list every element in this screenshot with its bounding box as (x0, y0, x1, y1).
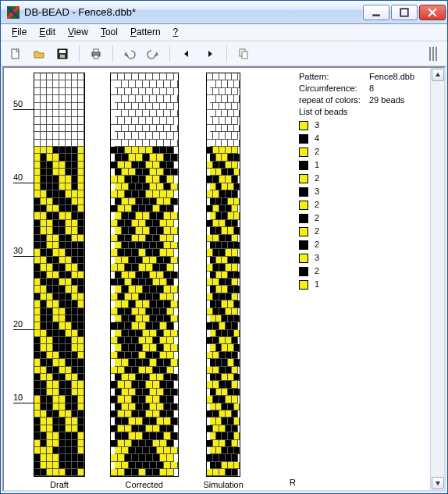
list-key: List of beads (299, 106, 369, 118)
app-icon (7, 6, 20, 19)
window-title: DB-BEAD - Fence8.dbb* (24, 6, 361, 18)
bead-count: 2 (315, 172, 319, 184)
menu-help[interactable]: ? (167, 24, 185, 41)
print-button[interactable] (87, 45, 105, 62)
bead-swatch (299, 161, 308, 170)
bead-list-item: 1 (299, 279, 425, 290)
toolbar-grip-icon (425, 46, 441, 62)
circ-key: Circumference: (299, 83, 369, 94)
menu-file[interactable]: File (5, 24, 33, 41)
menu-edit[interactable]: Edit (33, 24, 62, 41)
save-button[interactable] (54, 45, 71, 62)
simulation-grid[interactable] (206, 73, 240, 477)
rep-value: 29 beads (369, 94, 404, 106)
simulation-label: Simulation (204, 480, 244, 489)
draft-grid[interactable] (34, 73, 85, 477)
bead-count: 2 (315, 199, 319, 211)
bead-swatch (299, 201, 308, 210)
bead-count: 2 (315, 226, 319, 237)
next-button[interactable] (201, 45, 219, 62)
svg-rect-2 (400, 9, 408, 16)
canvas[interactable]: 5040302010 Draft Corrected Simulation Re… (4, 68, 296, 490)
minimize-button[interactable] (363, 5, 389, 20)
ruler-tick: 10 (13, 403, 34, 413)
app-window: DB-BEAD - Fence8.dbb* File Edit View Too… (0, 0, 448, 494)
content-area: 5040302010 Draft Corrected Simulation Re… (2, 66, 446, 492)
bead-list-item: 2 (299, 212, 425, 224)
bead-swatch (299, 267, 308, 276)
menu-pattern[interactable]: Pattern (124, 24, 167, 41)
scroll-down-button[interactable] (432, 477, 444, 489)
corrected-column: Corrected (110, 73, 179, 490)
bead-count: 2 (315, 146, 319, 158)
svg-rect-6 (60, 55, 65, 58)
prev-button[interactable] (178, 45, 195, 62)
circ-value: 8 (369, 83, 374, 94)
bead-list-item: 2 (299, 199, 425, 211)
svg-rect-1 (372, 14, 380, 16)
draft-column: Draft (34, 73, 85, 490)
bead-swatch (299, 134, 308, 144)
separator (79, 45, 80, 62)
bead-list-item: 2 (299, 172, 425, 184)
toolbar (1, 41, 447, 66)
bead-swatch (299, 227, 308, 236)
svg-rect-9 (94, 55, 98, 59)
bead-list-item: 1 (299, 159, 425, 171)
window-controls (361, 5, 446, 20)
simulation-column: Simulation (204, 73, 244, 490)
bead-swatch (299, 187, 308, 197)
bead-list-item: 3 (299, 186, 425, 197)
bead-count: 3 (315, 252, 319, 264)
separator (226, 45, 227, 62)
bead-list-item: 4 (299, 133, 425, 144)
ruler-tick: 20 (13, 329, 34, 339)
bead-swatch (299, 254, 308, 263)
menu-view[interactable]: View (62, 24, 94, 41)
bead-list-item: 2 (299, 226, 425, 237)
bead-swatch (299, 280, 308, 290)
draft-label: Draft (50, 480, 69, 489)
bead-swatch (299, 121, 308, 130)
bead-swatch (299, 240, 308, 250)
bead-list-item: 3 (299, 252, 425, 264)
bead-swatch (299, 174, 308, 183)
bead-list: 3421232222321 (299, 119, 425, 290)
bead-list-item: 2 (299, 146, 425, 158)
bead-list-item: 2 (299, 239, 425, 251)
menubar: File Edit View Tool Pattern ? (1, 24, 447, 41)
bead-count: 4 (315, 133, 319, 144)
pattern-key: Pattern: (299, 71, 369, 83)
bead-swatch (299, 214, 308, 223)
rep-key: repeat of colors: (299, 94, 369, 106)
svg-rect-11 (242, 52, 247, 59)
bead-count: 2 (315, 239, 319, 251)
vertical-scrollbar[interactable] (430, 68, 444, 490)
svg-rect-5 (59, 50, 66, 53)
pattern-value: Fence8.dbb (369, 71, 414, 83)
info-panel: Pattern:Fence8.dbb Circumference:8 repea… (296, 68, 430, 490)
bead-count: 2 (315, 212, 319, 224)
ruler-tick: 50 (13, 109, 34, 119)
new-button[interactable] (7, 45, 24, 62)
scroll-up-button[interactable] (432, 69, 444, 81)
redo-button[interactable] (144, 45, 162, 62)
corrected-label: Corrected (126, 480, 163, 489)
svg-rect-3 (12, 49, 19, 59)
close-button[interactable] (419, 5, 446, 20)
undo-button[interactable] (121, 45, 138, 62)
copy-button[interactable] (235, 45, 252, 62)
ruler-tick: 40 (13, 183, 34, 193)
corrected-grid[interactable] (110, 73, 179, 477)
separator (169, 45, 170, 62)
maximize-button[interactable] (391, 5, 418, 20)
titlebar[interactable]: DB-BEAD - Fence8.dbb* (1, 1, 447, 24)
report-label: Report (290, 478, 296, 487)
menu-tool[interactable]: Tool (94, 24, 124, 41)
bead-count: 1 (315, 279, 319, 290)
bead-count: 3 (315, 186, 319, 197)
bead-list-item: 2 (299, 265, 425, 277)
separator (112, 45, 113, 62)
bead-count: 1 (315, 159, 319, 171)
open-button[interactable] (30, 45, 48, 62)
